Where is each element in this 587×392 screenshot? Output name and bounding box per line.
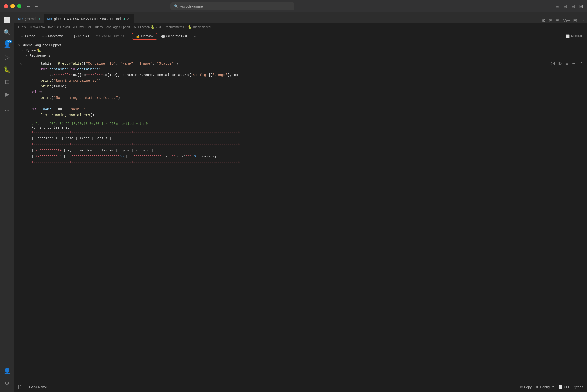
- tab-gist-md[interactable]: M↦ gist.md U: [14, 14, 44, 23]
- activity-runme[interactable]: ▶: [2, 88, 13, 100]
- tab-icon-1: M↦: [18, 17, 23, 20]
- breadcrumb-section4[interactable]: 🐍 import docker: [188, 25, 211, 29]
- code-line-3: ta*********ow([co********id[:12], contai…: [28, 72, 587, 78]
- breadcrumb-section3[interactable]: M↦ Requirements: [158, 25, 184, 29]
- markdown-icon[interactable]: M↦: [562, 18, 570, 23]
- lock-icon: 🔒: [136, 34, 140, 38]
- copy-button[interactable]: ⎘ Copy: [520, 385, 532, 389]
- breadcrumb-file[interactable]: ↦ gist-01HW40094TDKV7141FP619GGHG.md: [18, 25, 84, 29]
- more-icon[interactable]: ···: [580, 18, 584, 23]
- add-markdown-button[interactable]: + + Markdown: [39, 33, 67, 40]
- settings-icon[interactable]: ⚙: [541, 18, 546, 23]
- unmask-button[interactable]: 🔒 Unmask: [132, 33, 157, 40]
- unmask-label: Unmask: [141, 34, 153, 38]
- language-selector[interactable]: Python: [573, 385, 583, 389]
- tree-item-runme[interactable]: ∨ Runme Language Support: [14, 42, 587, 48]
- add-name-button[interactable]: + + Add Name: [25, 385, 47, 389]
- more-icon: ···: [5, 106, 10, 113]
- toolbar-right: ⬜ RUNME: [565, 34, 583, 38]
- cli-button[interactable]: ⬜ CLI: [558, 385, 569, 389]
- tab-bar: M↦ gist.md U M↦ gist-01HW40094TDKV7141FP…: [14, 12, 587, 23]
- activity-settings[interactable]: ⚙: [2, 378, 13, 389]
- run-cell-button[interactable]: ▷: [18, 60, 24, 67]
- tree-item-python[interactable]: ∨ Python 🐍: [14, 48, 587, 53]
- layout-icon-1[interactable]: ⊟: [555, 3, 559, 9]
- activity-explorer[interactable]: ⬜: [2, 14, 13, 26]
- breadcrumb-section2[interactable]: M↦ Python 🐍: [134, 25, 154, 29]
- generate-gist-button[interactable]: ⬤ Generate Gist: [158, 33, 190, 40]
- add-code-button[interactable]: + + Code: [18, 33, 38, 40]
- forward-button[interactable]: →: [34, 4, 39, 9]
- close-button[interactable]: [4, 4, 8, 8]
- tab-label-1: gist.md: [25, 17, 36, 21]
- activity-more[interactable]: ···: [2, 104, 13, 116]
- code-line-7: print("No running containers found."): [28, 95, 587, 101]
- output-area: # Ran on 2024-04-22 18:50:13-04:00 for 2…: [14, 120, 587, 168]
- titlebar: ← → 🔍 vscode-runme ⊟ ⊟ ⊟ ⊞: [0, 0, 587, 12]
- configure-label: Configure: [540, 385, 554, 389]
- toolbar-separator: [69, 34, 69, 38]
- activity-extensions[interactable]: ⊞: [2, 76, 13, 88]
- layout-icon[interactable]: ⊟: [573, 18, 577, 23]
- tree-label: Runme Language Support: [22, 43, 61, 47]
- layout-icon-4[interactable]: ⊞: [579, 3, 583, 9]
- search-text: vscode-runme: [180, 4, 203, 8]
- breadcrumb-section1[interactable]: M↦ Runme Language Support: [88, 25, 130, 29]
- run-all-button[interactable]: ▷ Run All: [72, 33, 92, 40]
- tab-gist-full[interactable]: M↦ gist-01HW40094TDKV7141FP619GGHG.md U …: [44, 14, 134, 23]
- breadcrumb-sep-2: ›: [132, 25, 133, 29]
- plus-icon-2: +: [42, 34, 44, 38]
- tab-badge-1: U: [38, 17, 40, 21]
- activity-run[interactable]: ▷: [2, 52, 13, 63]
- toolbar-separator-2: [129, 34, 129, 38]
- code-line-5: print(table): [28, 84, 587, 90]
- cell-brackets: [ ]: [18, 385, 21, 389]
- breadcrumb-sep-1: ›: [85, 25, 86, 29]
- delete-cell-button[interactable]: 🗑: [577, 61, 583, 66]
- diff-icon[interactable]: ⊟: [555, 18, 559, 23]
- activity-account[interactable]: 👤: [2, 365, 13, 377]
- editor-area: M↦ gist.md U M↦ gist-01HW40094TDKV7141FP…: [14, 12, 587, 392]
- table-border-bot: +------------------+--------------------…: [32, 160, 570, 166]
- more-button[interactable]: ···: [191, 33, 200, 40]
- activity-source-control[interactable]: 👤 1K+: [2, 39, 13, 50]
- bc-icon-3: M↦: [134, 25, 139, 29]
- code-editor[interactable]: ▷ ▷| |▷ ⊟ ··· 🗑 table = PrettyTable(["Co…: [14, 59, 587, 382]
- cell-more-button[interactable]: ···: [571, 61, 576, 66]
- split-cell-button[interactable]: ⊟: [564, 60, 569, 66]
- search-bar[interactable]: 🔍 vscode-runme: [170, 2, 295, 10]
- code-line-6: else:: [28, 90, 587, 95]
- code-line-9: if __name__ == "__main__":: [28, 107, 587, 112]
- bc-icon-5: 🐍: [188, 25, 192, 29]
- activity-debug[interactable]: 🐛: [2, 64, 13, 75]
- runme-label: ⬜ RUNME: [565, 34, 583, 38]
- gist-icon: ⬤: [161, 34, 165, 38]
- activity-search[interactable]: 🔍: [2, 27, 13, 38]
- traffic-lights: [4, 4, 22, 8]
- split-icon[interactable]: ⊟: [549, 18, 553, 23]
- bc-icon-1: ↦: [18, 25, 21, 29]
- run-icon: ▷: [5, 54, 9, 60]
- chevron-icon-2: ∨: [22, 48, 24, 52]
- tree-label-2: Python 🐍: [26, 48, 41, 52]
- maximize-button[interactable]: [17, 4, 22, 8]
- breadcrumb-sep-3: ›: [156, 25, 157, 29]
- back-button[interactable]: ←: [26, 4, 31, 9]
- layout-icon-2[interactable]: ⊟: [563, 3, 567, 9]
- clear-outputs-button[interactable]: ≡ Clear All Outputs: [93, 33, 127, 40]
- minimize-button[interactable]: [11, 4, 15, 8]
- cli-label: CLI: [564, 385, 569, 389]
- configure-button[interactable]: ⚙ Configure: [535, 385, 554, 389]
- tab-close-2[interactable]: ✕: [127, 17, 130, 21]
- tree-item-requirements[interactable]: ∨ Requirements: [14, 53, 587, 58]
- layout-icon-3[interactable]: ⊟: [571, 3, 575, 9]
- search-icon: 🔍: [174, 4, 178, 8]
- plus-icon-3: +: [25, 385, 27, 389]
- status-bar-right: ⎘ Copy ⚙ Configure ⬜ CLI Python: [520, 385, 583, 389]
- table-border-top: +------------------+--------------------…: [32, 130, 570, 136]
- tab-bar-actions: ⚙ ⊟ ⊟ M↦ ⊟ ···: [539, 18, 587, 23]
- badge-count: 1K+: [6, 40, 12, 43]
- run-below-button[interactable]: ▷|: [550, 60, 556, 66]
- run-above-button[interactable]: |▷: [557, 60, 563, 66]
- outline-tree: ∨ Runme Language Support ∨ Python 🐍 ∨ Re…: [14, 42, 587, 59]
